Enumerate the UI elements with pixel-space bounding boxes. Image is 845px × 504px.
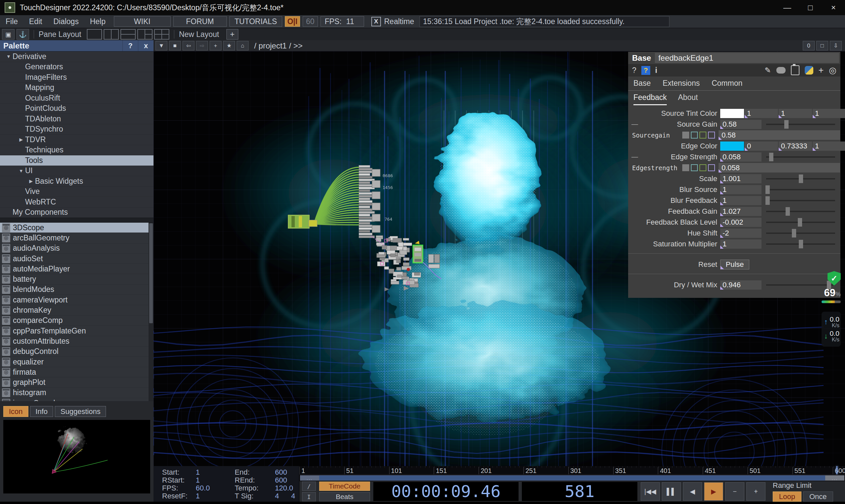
param-page-feedback[interactable]: Feedback	[633, 93, 667, 105]
color-component-field[interactable]: 1	[779, 109, 812, 118]
channel-value-field[interactable]: 0.058	[719, 163, 840, 173]
back-arrow-icon[interactable]: ⇦	[182, 41, 194, 51]
export-flag-1[interactable]	[691, 164, 698, 171]
slider-handle[interactable]	[765, 185, 770, 194]
palette-help-button[interactable]: ?	[122, 40, 138, 51]
color-component-field[interactable]: 0.73333	[779, 142, 812, 151]
mode-timecode-button[interactable]: TimeCode	[319, 482, 370, 491]
loop-button[interactable]: Loop	[773, 491, 802, 502]
play-reverse-button[interactable]: ◀	[683, 482, 702, 501]
param-value-field[interactable]: 0.946	[720, 281, 761, 290]
python-help-icon[interactable]: ?	[641, 66, 650, 75]
palette-list-item-3dscope[interactable]: ◎3DScope	[0, 223, 154, 233]
python-icon[interactable]	[805, 66, 813, 74]
palette-close-button[interactable]: x	[138, 40, 154, 51]
breadcrumb[interactable]: / project1 / >>	[254, 41, 303, 51]
palette-list-item-audioanalysis[interactable]: ◎audioAnalysis	[0, 244, 154, 254]
oi-toggle[interactable]: O|I	[285, 16, 300, 27]
bookmark-star-icon[interactable]: ★	[223, 41, 235, 51]
layout-single-button[interactable]	[87, 29, 102, 40]
play-forward-button[interactable]: ▶	[704, 482, 723, 501]
param-value-field[interactable]: -2	[720, 229, 761, 238]
down-arrow-icon[interactable]: ▼	[5, 54, 13, 59]
param-value-field[interactable]: 1.027	[720, 207, 761, 216]
param-slider[interactable]	[766, 211, 835, 212]
palette-list-item-arcballgeometry[interactable]: ◎arcBallGeometry	[0, 233, 154, 243]
right-arrow-icon[interactable]: ▶	[27, 178, 35, 184]
channel-value-field[interactable]: 0.58	[719, 130, 840, 140]
color-component-field[interactable]: 1	[813, 109, 845, 118]
color-component-field[interactable]: 1	[813, 142, 845, 151]
param-value-field[interactable]: 0.058	[720, 152, 761, 162]
slider-handle[interactable]	[798, 218, 802, 227]
export-flag-2[interactable]	[700, 132, 706, 139]
timeline-ruler[interactable]: 151101151201251301351401451501551600	[299, 466, 845, 475]
palette-list-item-automediaplayer[interactable]: ◎autoMediaPlayer	[0, 264, 154, 274]
param-value-field[interactable]: 0.58	[720, 120, 761, 129]
param-value-field[interactable]: 1	[720, 185, 761, 194]
palette-tree-item-basic-widgets[interactable]: ▶Basic Widgets	[0, 176, 154, 187]
palette-tree-item-my-components[interactable]: My Components	[0, 208, 154, 218]
drop-down-icon[interactable]: ⇩	[830, 41, 842, 51]
palette-tree-item-oculusrift[interactable]: OculusRift	[0, 93, 154, 104]
tutorials-button[interactable]: TUTORIALS	[229, 16, 282, 27]
palette-tree-item-derivative[interactable]: ▼Derivative	[0, 52, 154, 62]
menu-file[interactable]: File	[0, 17, 23, 26]
palette-list-item-audioset[interactable]: ◎audioSet	[0, 254, 154, 264]
pause-button[interactable]: ▌▌	[662, 482, 681, 501]
comment-icon[interactable]	[776, 67, 786, 74]
param-slider[interactable]	[766, 233, 835, 234]
palette-list-item-histogram[interactable]: ◎histogram	[0, 388, 154, 398]
realtime-checkbox[interactable]: X	[371, 17, 381, 26]
palette-tree-item-tdvr[interactable]: ▶TDVR	[0, 134, 154, 145]
param-value-field[interactable]: -0.002	[720, 218, 761, 227]
param-value-field[interactable]: 1.001	[720, 174, 761, 183]
once-button[interactable]: Once	[803, 491, 833, 502]
param-slider[interactable]	[766, 124, 835, 125]
param-slider[interactable]	[766, 156, 835, 158]
slash-button[interactable]: /	[302, 482, 316, 491]
preview-tab-info[interactable]: Info	[30, 406, 53, 417]
maximize-button[interactable]: □	[799, 0, 822, 15]
anchor-icon[interactable]: ⚓	[17, 29, 29, 40]
color-component-field[interactable]: 0	[745, 142, 778, 151]
forum-button[interactable]: FORUM	[173, 16, 227, 27]
param-slider[interactable]	[766, 178, 835, 179]
menu-dialogs[interactable]: Dialogs	[48, 17, 85, 26]
palette-list-item-graphplot[interactable]: ◎graphPlot	[0, 377, 154, 388]
palette-tree-item-tdableton[interactable]: TDAbleton	[0, 114, 154, 124]
slider-handle[interactable]	[792, 229, 796, 237]
palette-list-item-cameraviewport[interactable]: ◎cameraViewport	[0, 295, 154, 305]
playhead[interactable]	[837, 466, 838, 474]
palette-tree-item-imagefilters[interactable]: ImageFilters	[0, 72, 154, 83]
param-tab-extensions[interactable]: Extensions	[663, 79, 700, 90]
export-flag-0[interactable]	[682, 164, 689, 171]
jump-start-button[interactable]: |◀◀	[641, 482, 660, 501]
palette-tree-item-mapping[interactable]: Mapping	[0, 83, 154, 93]
preview-tab-suggestions[interactable]: Suggestions	[55, 406, 106, 417]
integer-button[interactable]: I	[302, 492, 316, 501]
palette-list-item-firmata[interactable]: ◎firmata	[0, 367, 154, 377]
param-tab-base[interactable]: Base	[633, 79, 651, 90]
slider-handle[interactable]	[799, 175, 803, 183]
collapse-toggle-icon[interactable]: —	[631, 120, 638, 128]
palette-list-item-battery[interactable]: ◎battery	[0, 274, 154, 284]
palette-tree-item-vive[interactable]: Vive	[0, 187, 154, 197]
param-page-about[interactable]: About	[678, 93, 698, 105]
param-slider[interactable]	[766, 189, 835, 190]
layout-left-split-button[interactable]	[137, 29, 153, 40]
range-grip-right[interactable]: ...	[825, 475, 844, 481]
param-slider[interactable]	[766, 222, 835, 223]
export-flag-2[interactable]	[700, 164, 706, 171]
export-flag-0[interactable]	[682, 132, 689, 139]
timeline-range-bar[interactable]: ... ...	[299, 475, 845, 481]
help-icon[interactable]: ?	[632, 66, 636, 75]
palette-tree-item-generators[interactable]: Generators	[0, 62, 154, 73]
new-layout-add-button[interactable]: +	[226, 29, 238, 40]
param-slider[interactable]	[766, 200, 835, 201]
down-arrow-icon[interactable]: ▼	[17, 168, 25, 174]
color-swatch[interactable]	[720, 142, 744, 151]
home-icon[interactable]: ⌂	[237, 41, 249, 51]
pane-menu-icon[interactable]: ▼	[156, 41, 168, 51]
export-flag-3[interactable]	[708, 132, 715, 139]
